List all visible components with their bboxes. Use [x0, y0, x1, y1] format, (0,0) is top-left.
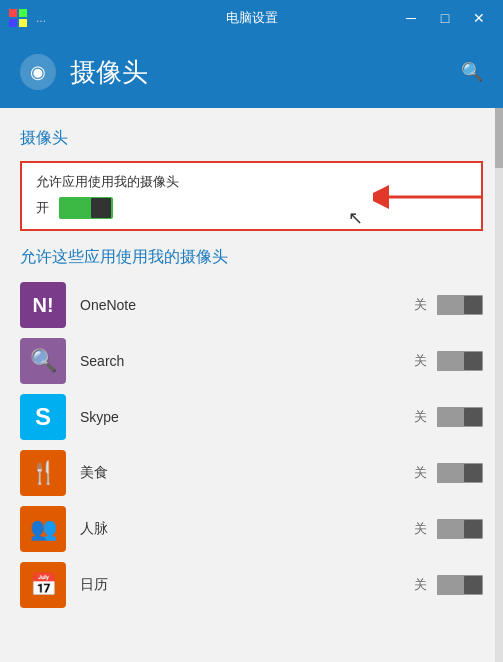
- toggle-status-text: 开: [36, 199, 49, 217]
- list-item: 👥 人脉 关: [20, 506, 483, 552]
- search-icon[interactable]: 🔍: [461, 61, 483, 83]
- main-content: 摄像头 允许应用使用我的摄像头 开 ↖ 允许这些应用使用我的摄: [0, 108, 503, 662]
- maximize-button[interactable]: □: [429, 4, 461, 32]
- list-item: 📅 日历 关: [20, 562, 483, 608]
- list-item: S Skype 关: [20, 394, 483, 440]
- skype-icon: S: [20, 394, 66, 440]
- calendar-toggle-thumb: [464, 576, 482, 594]
- app-list: N! OneNote 关 🔍 Search 关 S Skype 关: [20, 282, 483, 608]
- contacts-name: 人脉: [80, 520, 414, 538]
- back-icon: ◉: [30, 61, 46, 83]
- calendar-icon: 📅: [20, 562, 66, 608]
- page-title: 摄像头: [70, 55, 461, 90]
- skype-status: 关: [414, 408, 427, 426]
- food-toggle-thumb: [464, 464, 482, 482]
- contacts-toggle-thumb: [464, 520, 482, 538]
- camera-toggle-switch[interactable]: [59, 197, 113, 219]
- calendar-status: 关: [414, 576, 427, 594]
- list-item: 🍴 美食 关: [20, 450, 483, 496]
- onenote-toggle[interactable]: [437, 295, 483, 315]
- camera-section-heading: 摄像头: [20, 128, 483, 149]
- search-name: Search: [80, 353, 414, 369]
- calendar-name: 日历: [80, 576, 414, 594]
- title-bar-title: 电脑设置: [226, 9, 278, 27]
- skype-toggle[interactable]: [437, 407, 483, 427]
- title-bar-dots: ...: [36, 11, 46, 25]
- svg-rect-2: [9, 19, 17, 27]
- toggle-row: 允许应用使用我的摄像头 开: [36, 173, 467, 219]
- food-status: 关: [414, 464, 427, 482]
- title-bar-controls: ─ □ ✕: [395, 4, 495, 32]
- list-item: 🔍 Search 关: [20, 338, 483, 384]
- svg-rect-1: [19, 9, 27, 17]
- contacts-status: 关: [414, 520, 427, 538]
- back-button[interactable]: ◉: [20, 54, 56, 90]
- close-button[interactable]: ✕: [463, 4, 495, 32]
- title-bar-icon: [8, 8, 28, 28]
- minimize-button[interactable]: ─: [395, 4, 427, 32]
- app-list-heading: 允许这些应用使用我的摄像头: [20, 247, 483, 268]
- search-status: 关: [414, 352, 427, 370]
- search-toggle[interactable]: [437, 351, 483, 371]
- onenote-name: OneNote: [80, 297, 414, 313]
- toggle-label: 允许应用使用我的摄像头: [36, 173, 467, 191]
- svg-rect-3: [19, 19, 27, 27]
- food-toggle[interactable]: [437, 463, 483, 483]
- food-name: 美食: [80, 464, 414, 482]
- onenote-icon: N!: [20, 282, 66, 328]
- camera-toggle-box: 允许应用使用我的摄像头 开: [20, 161, 483, 231]
- skype-name: Skype: [80, 409, 414, 425]
- toggle-thumb: [91, 198, 111, 218]
- skype-toggle-thumb: [464, 408, 482, 426]
- list-item: N! OneNote 关: [20, 282, 483, 328]
- svg-rect-0: [9, 9, 17, 17]
- calendar-toggle[interactable]: [437, 575, 483, 595]
- search-app-icon: 🔍: [20, 338, 66, 384]
- toggle-status-row: 开: [36, 197, 467, 219]
- header: ◉ 摄像头 🔍: [0, 36, 503, 108]
- contacts-toggle[interactable]: [437, 519, 483, 539]
- search-toggle-thumb: [464, 352, 482, 370]
- onenote-toggle-thumb: [464, 296, 482, 314]
- food-icon: 🍴: [20, 450, 66, 496]
- title-bar: ... 电脑设置 ─ □ ✕: [0, 0, 503, 36]
- onenote-status: 关: [414, 296, 427, 314]
- contacts-icon: 👥: [20, 506, 66, 552]
